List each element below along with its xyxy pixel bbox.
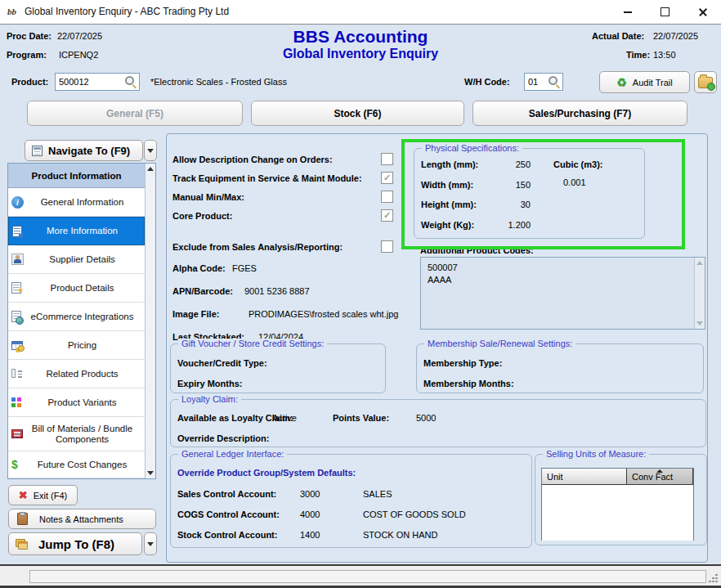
width-value: 150 bbox=[488, 180, 531, 190]
sidebar-item-future-cost-changes[interactable]: $ Future Cost Changes bbox=[8, 451, 145, 478]
points-value: 5000 bbox=[416, 413, 436, 423]
supplier-icon bbox=[11, 254, 24, 265]
sidebar-item-label: Future Cost Changes bbox=[38, 460, 127, 470]
scroll-up-icon[interactable] bbox=[147, 167, 154, 171]
exit-button[interactable]: ✖ Exit (F4) bbox=[8, 485, 78, 505]
new-folder-button[interactable] bbox=[694, 71, 717, 93]
scroll-up-icon[interactable] bbox=[696, 261, 703, 265]
sidebar-item-pricing[interactable]: Pricing bbox=[8, 331, 145, 360]
jump-to-button[interactable]: Jump To (F8) bbox=[8, 532, 142, 555]
checkbox-label: Core Product: bbox=[172, 211, 232, 221]
nav-group-header: Product Information bbox=[8, 164, 145, 188]
actual-date-value: 22/07/2025 bbox=[653, 31, 698, 41]
gl-override-heading: Override Product Group/System Defaults: bbox=[177, 468, 356, 478]
folders-icon bbox=[16, 539, 29, 550]
gift-voucher-group: Gift Voucher / Store Credit Settings: Vo… bbox=[170, 343, 386, 393]
minimize-button[interactable] bbox=[609, 0, 646, 24]
main-panel: Allow Description Change on Orders: Trac… bbox=[166, 133, 708, 563]
voucher-type-label: Voucher/Credit Type: bbox=[177, 358, 267, 368]
check-icon: ✓ bbox=[383, 210, 391, 220]
sidebar-scrollbar[interactable] bbox=[145, 164, 155, 478]
membership-group: Membership Sale/Renewal Settings: Member… bbox=[416, 343, 704, 393]
navigate-to-label: Navigate To (F9) bbox=[48, 145, 130, 157]
sidebar-item-supplier-details[interactable]: Supplier Details bbox=[8, 245, 145, 274]
membership-months-label: Membership Months: bbox=[423, 379, 514, 388]
checkbox-exclude-sales-analysis[interactable] bbox=[381, 240, 393, 253]
checkbox-manual-min-max[interactable] bbox=[381, 191, 393, 203]
sidebar-item-label: Product Details bbox=[51, 283, 114, 294]
tab-stock[interactable]: Stock (F6) bbox=[251, 101, 464, 126]
header: Proc Date: 22/07/2025 Program: ICPENQ2 B… bbox=[0, 25, 721, 97]
product-label: Product: bbox=[11, 77, 48, 87]
group-title: General Ledger Interface: bbox=[178, 449, 287, 459]
notes-attachments-button[interactable]: Notes & Attachments bbox=[8, 509, 156, 529]
jump-to-label: Jump To (F8) bbox=[38, 537, 114, 551]
navigate-to-button[interactable]: Navigate To (F9) bbox=[25, 140, 143, 161]
recycle-icon: ♻ bbox=[616, 77, 627, 88]
navigate-dropdown-button[interactable] bbox=[144, 140, 157, 161]
clipboard-icon bbox=[17, 513, 28, 525]
maximize-button[interactable] bbox=[647, 0, 683, 24]
checkbox-label: Track Equipment in Service & Maint Modul… bbox=[172, 173, 362, 183]
general-ledger-group: General Ledger Interface: Override Produ… bbox=[170, 454, 532, 548]
width-label: Width (mm): bbox=[421, 180, 473, 190]
uom-column-unit[interactable]: Unit bbox=[542, 469, 627, 485]
checkbox-allow-description-change[interactable] bbox=[381, 153, 393, 165]
resize-grip[interactable] bbox=[708, 572, 719, 583]
bill-of-materials-icon bbox=[11, 429, 23, 438]
tab-general[interactable]: General (F5) bbox=[27, 101, 243, 126]
wh-code-search-icon[interactable] bbox=[549, 76, 560, 88]
weight-label: Weight (Kg): bbox=[421, 220, 474, 230]
loyalty-available-value: Active bbox=[272, 413, 297, 423]
sidebar-item-label: eCommerce Integrations bbox=[31, 312, 134, 322]
checkbox-core-product[interactable]: ✓ bbox=[381, 209, 393, 222]
audit-trail-button[interactable]: ♻ Audit Trail bbox=[599, 71, 690, 93]
audit-trail-label: Audit Trail bbox=[633, 78, 673, 88]
product-description: *Electronic Scales - Frosted Glass bbox=[150, 77, 287, 87]
sidebar-item-label: Product Variants bbox=[47, 397, 116, 408]
gl-account-name: COST OF GOODS SOLD bbox=[363, 509, 466, 519]
gl-row-label: Sales Control Account: bbox=[177, 489, 276, 499]
height-value: 30 bbox=[488, 200, 531, 209]
close-button[interactable] bbox=[684, 0, 721, 24]
checkbox-track-equipment[interactable]: ✓ bbox=[381, 172, 393, 184]
app-logo-icon: bb bbox=[7, 5, 21, 19]
globe-icon bbox=[16, 316, 24, 325]
sidebar-item-label: General Information bbox=[41, 197, 124, 208]
pricing-icon bbox=[11, 341, 23, 350]
maximize-icon bbox=[661, 7, 670, 16]
product-search-icon[interactable] bbox=[125, 76, 137, 88]
sidebar-item-bill-of-materials[interactable]: Bill of Materials / Bundle Components bbox=[8, 417, 145, 451]
sidebar-item-label: Bill of Materials / Bundle Components bbox=[25, 424, 140, 445]
image-file-label: Image File: bbox=[172, 309, 219, 319]
scroll-down-icon[interactable] bbox=[696, 321, 703, 325]
product-details-icon: ★ bbox=[11, 282, 21, 294]
sidebar-item-related-products[interactable]: Related Products bbox=[8, 360, 145, 388]
jump-to-dropdown-button[interactable] bbox=[144, 532, 157, 555]
sidebar-item-product-details[interactable]: ★ Product Details bbox=[8, 274, 145, 303]
tab-sales-purchasing[interactable]: Sales/Purchasing (F7) bbox=[472, 101, 687, 126]
height-label: Height (mm): bbox=[421, 200, 477, 209]
additional-code-item: 500007 bbox=[428, 263, 458, 272]
codes-scrollbar[interactable] bbox=[694, 258, 705, 329]
scroll-down-icon[interactable] bbox=[147, 471, 154, 475]
sidebar-item-general-information[interactable]: i General Information bbox=[8, 188, 145, 217]
gl-row-label: Stock Control Account: bbox=[177, 530, 277, 540]
gl-account-number: 4000 bbox=[300, 509, 320, 519]
window-title: Global Inventory Enquiry - ABC Trading P… bbox=[25, 0, 229, 24]
sidebar-item-more-information[interactable]: More Information bbox=[8, 217, 145, 245]
uom-table-body bbox=[542, 485, 693, 541]
image-file-value: PRODIMAGES\frosted scales wht.jpg bbox=[249, 309, 398, 319]
uom-column-conv-fact[interactable]: Conv Fact bbox=[627, 469, 693, 485]
time-label: Time: bbox=[626, 50, 650, 60]
additional-codes-listbox[interactable]: 500007 AAAA bbox=[420, 257, 705, 330]
chevron-down-icon bbox=[147, 149, 154, 153]
more-info-icon bbox=[12, 226, 22, 237]
product-variants-icon bbox=[11, 397, 22, 408]
expiry-months-label: Expiry Months: bbox=[177, 379, 242, 388]
membership-type-label: Membership Type: bbox=[423, 358, 502, 368]
sidebar-item-ecommerce-integrations[interactable]: eCommerce Integrations bbox=[8, 303, 145, 331]
length-label: Length (mm): bbox=[421, 159, 478, 169]
checkbox-label: Allow Description Change on Orders: bbox=[172, 155, 333, 164]
sidebar-item-product-variants[interactable]: Product Variants bbox=[8, 388, 145, 417]
